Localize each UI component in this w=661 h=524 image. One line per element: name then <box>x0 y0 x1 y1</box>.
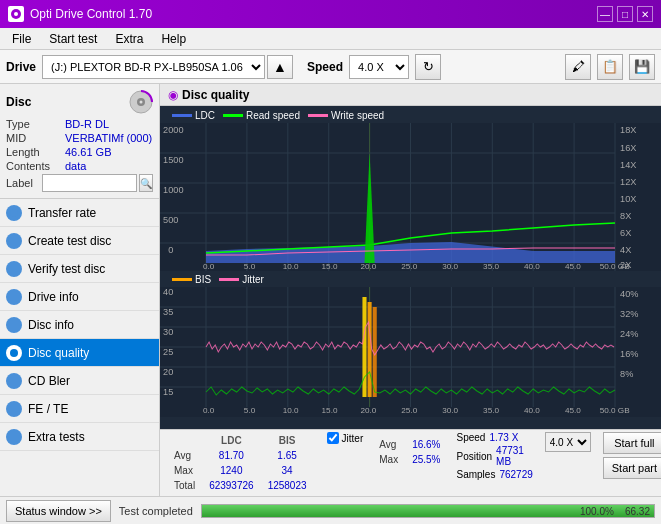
nav-icon-transfer <box>6 205 22 221</box>
mid-label: MID <box>6 132 61 144</box>
refresh-button[interactable]: ↻ <box>415 54 441 80</box>
top-chart-svg: 2000 1500 1000 500 0 18X 16X 14X 12X 10X… <box>160 123 661 271</box>
nav-label-cdbler: CD Bler <box>28 374 70 388</box>
svg-text:15.0: 15.0 <box>322 406 338 415</box>
total-bis: 1258023 <box>262 479 313 492</box>
menu-start-test[interactable]: Start test <box>41 30 105 48</box>
speed-label: Speed <box>307 60 343 74</box>
nav-create-test-disc[interactable]: Create test disc <box>0 227 159 255</box>
chart-area: ◉ Disc quality LDC Read speed Write spee… <box>160 84 661 496</box>
top-legend: LDC Read speed Write speed <box>164 108 657 123</box>
icon-btn-1[interactable]: 🖍 <box>565 54 591 80</box>
bottom-chart-svg: 40% 32% 24% 16% 8% 40 35 30 25 20 15 <box>160 287 661 417</box>
label-label: Label <box>6 177 40 189</box>
nav-transfer-rate[interactable]: Transfer rate <box>0 199 159 227</box>
svg-text:30.0: 30.0 <box>442 406 458 415</box>
nav-fe-te[interactable]: FE / TE <box>0 395 159 423</box>
start-part-button[interactable]: Start part <box>603 457 661 479</box>
svg-text:8X: 8X <box>620 211 631 221</box>
jitter-group: Jitter <box>327 432 364 444</box>
drive-label: Drive <box>6 60 36 74</box>
nav-icon-fete <box>6 401 22 417</box>
avg-label: Avg <box>168 449 201 462</box>
nav-extra-tests[interactable]: Extra tests <box>0 423 159 451</box>
max-ldc: 1240 <box>203 464 260 477</box>
eject-button[interactable]: ▲ <box>267 55 293 79</box>
progress-bar-container: 100.0% 66.32 <box>201 504 655 518</box>
nav-verify-test-disc[interactable]: Verify test disc <box>0 255 159 283</box>
menu-help[interactable]: Help <box>153 30 194 48</box>
svg-text:50.0 GB: 50.0 GB <box>600 406 630 415</box>
max-bis: 34 <box>262 464 313 477</box>
jitter-label: Jitter <box>342 433 364 444</box>
svg-text:45.0: 45.0 <box>565 262 581 271</box>
icon-btn-2[interactable]: 📋 <box>597 54 623 80</box>
avg-bis: 1.65 <box>262 449 313 462</box>
col-bis: BIS <box>262 434 313 447</box>
svg-text:4X: 4X <box>620 245 631 255</box>
minimize-button[interactable]: — <box>597 6 613 22</box>
svg-text:1500: 1500 <box>163 155 183 165</box>
svg-text:35.0: 35.0 <box>483 262 499 271</box>
svg-text:40.0: 40.0 <box>524 406 540 415</box>
svg-text:2000: 2000 <box>163 125 183 135</box>
svg-text:5.0: 5.0 <box>244 262 256 271</box>
svg-text:10.0: 10.0 <box>283 406 299 415</box>
svg-text:30.0: 30.0 <box>442 262 458 271</box>
avg-jitter-label: Avg <box>373 438 404 451</box>
start-full-button[interactable]: Start full <box>603 432 661 454</box>
mid-value: VERBATIMf (000) <box>65 132 153 144</box>
menu-bar: File Start test Extra Help <box>0 28 661 50</box>
disc-panel-title: Disc <box>6 95 31 109</box>
menu-extra[interactable]: Extra <box>107 30 151 48</box>
nav-label-transfer: Transfer rate <box>28 206 96 220</box>
label-button[interactable]: 🔍 <box>139 174 153 192</box>
samples-label: Samples <box>457 469 496 480</box>
status-window-button[interactable]: Status window >> <box>6 500 111 522</box>
progress-text: 100.0% 66.32 <box>580 505 650 519</box>
avg-ldc: 81.70 <box>203 449 260 462</box>
nav-label-drive: Drive info <box>28 290 79 304</box>
menu-file[interactable]: File <box>4 30 39 48</box>
max-label: Max <box>168 464 201 477</box>
chart-header: ◉ Disc quality <box>160 84 661 106</box>
svg-text:10.0: 10.0 <box>283 262 299 271</box>
svg-point-1 <box>14 12 18 16</box>
nav-drive-info[interactable]: Drive info <box>0 283 159 311</box>
maximize-button[interactable]: □ <box>617 6 633 22</box>
top-chart-container: 2000 1500 1000 500 0 18X 16X 14X 12X 10X… <box>160 123 661 271</box>
nav-disc-quality[interactable]: Disc quality <box>0 339 159 367</box>
samples-value: 762729 <box>499 469 532 480</box>
svg-rect-78 <box>362 297 366 397</box>
drive-select[interactable]: (J:) PLEXTOR BD-R PX-LB950SA 1.06 <box>42 55 265 79</box>
svg-text:40%: 40% <box>620 289 638 299</box>
nav-menu: Transfer rate Create test disc Verify te… <box>0 199 159 451</box>
nav-disc-info[interactable]: Disc info <box>0 311 159 339</box>
legend-color-write <box>308 114 328 117</box>
svg-text:50.0 GB: 50.0 GB <box>600 262 630 271</box>
legend-color-bis <box>172 278 192 281</box>
total-label: Total <box>168 479 201 492</box>
svg-text:500: 500 <box>163 215 178 225</box>
speed-select[interactable]: 4.0 X <box>349 55 409 79</box>
legend-bis: BIS <box>172 274 211 285</box>
close-button[interactable]: ✕ <box>637 6 653 22</box>
speed-dropdown[interactable]: 4.0 X <box>545 432 591 452</box>
nav-icon-quality <box>6 345 22 361</box>
svg-point-5 <box>10 209 18 217</box>
app-icon <box>8 6 24 22</box>
svg-text:25.0: 25.0 <box>401 262 417 271</box>
svg-text:15.0: 15.0 <box>322 262 338 271</box>
svg-point-6 <box>10 349 18 357</box>
jitter-checkbox[interactable] <box>327 432 339 444</box>
label-input[interactable] <box>42 174 137 192</box>
svg-text:35.0: 35.0 <box>483 406 499 415</box>
save-button[interactable]: 💾 <box>629 54 655 80</box>
total-ldc: 62393726 <box>203 479 260 492</box>
nav-cd-bler[interactable]: CD Bler <box>0 367 159 395</box>
main-content: Disc Type BD-R DL MID VERBATIMf (000) Le… <box>0 84 661 496</box>
legend-color-jitter <box>219 278 239 281</box>
svg-text:20: 20 <box>163 367 173 377</box>
window-controls: — □ ✕ <box>597 6 653 22</box>
toolbar: Drive (J:) PLEXTOR BD-R PX-LB950SA 1.06 … <box>0 50 661 84</box>
